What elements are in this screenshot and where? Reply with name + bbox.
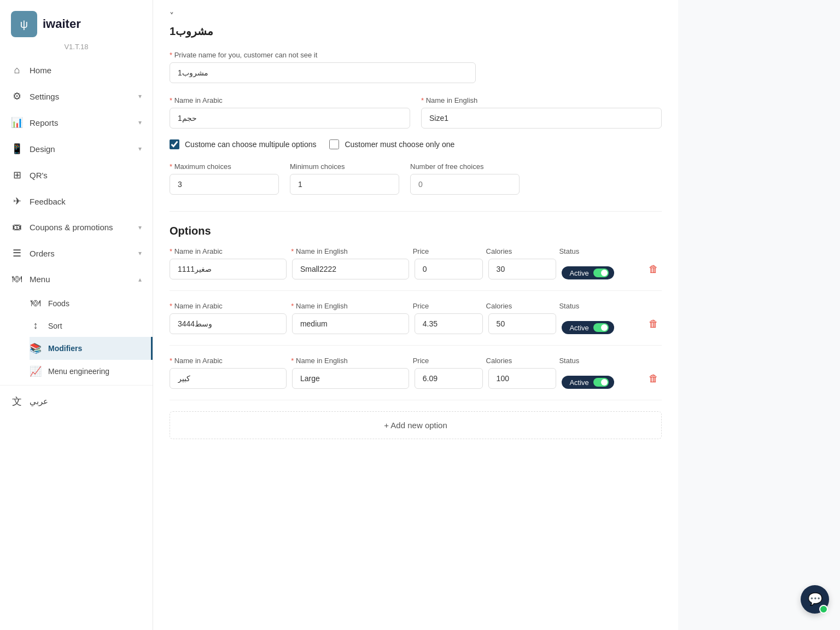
option-1-price-field (415, 259, 483, 279)
option-1-status-field: Active (562, 266, 640, 279)
option-2-toggle-switch (593, 323, 609, 332)
option-1-status-toggle[interactable]: Active (562, 266, 640, 279)
sidebar-item-foods[interactable]: 🍽 Foods (30, 292, 153, 314)
option-1-calories-input[interactable] (488, 259, 557, 279)
orders-icon: ☰ (11, 247, 23, 259)
name-english-input[interactable] (421, 108, 662, 129)
option-3-status-label: Active (569, 378, 588, 387)
modifier-title: مشروب1 (170, 25, 662, 38)
sidebar-item-settings[interactable]: ⚙ Settings ▾ (0, 83, 153, 109)
option-2-status-toggle[interactable]: Active (562, 321, 640, 334)
multi-options-checkbox-label[interactable]: Custome can choose multipule options (170, 139, 316, 149)
sidebar-item-feedback[interactable]: ✈ Feedback (0, 188, 153, 214)
name-arabic-label: * Name in Arabic (170, 96, 410, 104)
chat-icon: 💬 (808, 592, 822, 606)
sidebar-item-modifiers-label: Modifiers (48, 344, 140, 353)
name-arabic-input[interactable] (170, 108, 410, 129)
option-1-fields: Active 🗑 (170, 259, 662, 279)
chevron-down-icon: ▾ (138, 249, 142, 257)
option-arabic-header: * Name in Arabic (170, 357, 285, 365)
private-name-input[interactable] (170, 62, 476, 83)
sidebar-item-language[interactable]: 文 عربي (0, 388, 153, 415)
sidebar-item-qrs[interactable]: ⊞ QR's (0, 162, 153, 188)
option-price-header: Price (413, 302, 481, 310)
option-1-toggle-btn[interactable]: Active (562, 266, 614, 279)
single-option-checkbox-label[interactable]: Customer must choose only one (329, 139, 454, 149)
option-status-header: Status (559, 247, 637, 255)
sort-icon: ↕ (30, 320, 42, 331)
modifiers-icon: 📚 (30, 342, 42, 354)
option-1-english-input[interactable] (292, 259, 409, 279)
option-3-arabic-input[interactable] (170, 368, 287, 389)
option-3-toggle-btn[interactable]: Active (562, 376, 614, 389)
option-2-english-input[interactable] (292, 313, 409, 334)
option-3-price-field (415, 368, 483, 389)
option-1-arabic-input[interactable] (170, 259, 287, 279)
option-row: * Name in Arabic * Name in English Price… (170, 357, 662, 400)
option-2-toggle-btn[interactable]: Active (562, 321, 614, 334)
sidebar-item-menu-engineering[interactable]: 📈 Menu engineering (30, 360, 153, 383)
option-1-delete-button[interactable]: 🗑 (645, 260, 662, 278)
option-3-status-field: Active (562, 376, 640, 389)
sidebar-item-home[interactable]: ⌂ Home (0, 57, 153, 83)
option-2-arabic-field (170, 313, 287, 334)
private-name-section: * Private name for you, customer can not… (170, 51, 662, 83)
option-3-delete: 🗑 (645, 370, 662, 389)
min-choices-label: Minimum choices (290, 162, 399, 171)
option-3-arabic-field (170, 368, 287, 389)
chat-bubble-button[interactable]: 💬 (801, 585, 829, 614)
option-status-header: Status (559, 357, 637, 365)
option-2-price-input[interactable] (415, 313, 483, 334)
free-choices-input[interactable] (410, 174, 520, 195)
option-3-delete-button[interactable]: 🗑 (645, 370, 662, 388)
min-choices-input[interactable] (290, 174, 399, 195)
option-row: * Name in Arabic * Name in English Price… (170, 302, 662, 346)
option-2-arabic-input[interactable] (170, 313, 287, 334)
sidebar-item-reports[interactable]: 📊 Reports ▾ (0, 109, 153, 136)
sidebar-item-modifiers[interactable]: 📚 Modifiers (30, 337, 153, 360)
option-2-delete-button[interactable]: 🗑 (645, 315, 662, 333)
sidebar-item-coupons[interactable]: 🎟 Coupons & promotions ▾ (0, 214, 153, 240)
sidebar-item-coupons-label: Coupons & promotions (30, 223, 132, 232)
chevron-down-icon: ▾ (138, 224, 142, 231)
option-1-delete: 🗑 (645, 260, 662, 279)
sidebar-item-sort-label: Sort (48, 322, 142, 330)
option-1-arabic-field (170, 259, 287, 279)
option-2-calories-input[interactable] (488, 313, 557, 334)
option-1-toggle-switch (593, 269, 609, 277)
min-choices-field: Minimum choices (290, 162, 399, 195)
option-3-english-input[interactable] (292, 368, 409, 389)
menu-submenu: 🍽 Foods ↕ Sort 📚 Modifiers 📈 Menu engine… (0, 292, 153, 383)
option-price-header: Price (413, 357, 481, 365)
name-english-field: * Name in English (421, 96, 662, 129)
multi-options-checkbox[interactable] (170, 139, 179, 149)
option-1-price-input[interactable] (415, 259, 483, 279)
sidebar-item-reports-label: Reports (30, 118, 132, 127)
option-3-price-input[interactable] (415, 368, 483, 389)
sidebar-item-orders[interactable]: ☰ Orders ▾ (0, 240, 153, 266)
sidebar-item-design-label: Design (30, 144, 132, 154)
menu-engineering-icon: 📈 (30, 365, 42, 377)
logo-area: ψ iwaiter (0, 0, 153, 42)
option-3-status-toggle[interactable]: Active (562, 376, 640, 389)
option-3-english-field (292, 368, 409, 389)
sidebar-item-design[interactable]: 📱 Design ▾ (0, 136, 153, 162)
option-2-delete: 🗑 (645, 315, 662, 334)
sidebar-item-menu[interactable]: 🍽 Menu ▴ (0, 266, 153, 292)
sidebar-item-foods-label: Foods (48, 299, 142, 308)
option-arabic-header: * Name in Arabic (170, 302, 285, 310)
option-3-fields: Active 🗑 (170, 368, 662, 389)
sidebar-item-sort[interactable]: ↕ Sort (30, 314, 153, 337)
max-choices-input[interactable] (170, 174, 279, 195)
add-option-button[interactable]: + Add new option (170, 411, 662, 439)
single-option-checkbox[interactable] (329, 139, 339, 149)
menu-icon: 🍽 (11, 273, 23, 285)
sidebar-item-menu-label: Menu (30, 275, 132, 284)
option-3-toggle-switch (593, 378, 609, 387)
option-1-status-label: Active (569, 269, 588, 277)
back-arrow-icon[interactable]: ˅ (170, 11, 174, 21)
coupons-icon: 🎟 (11, 221, 23, 233)
version-label: V1.T.18 (0, 42, 153, 57)
option-3-calories-input[interactable] (488, 368, 557, 389)
home-icon: ⌂ (11, 65, 23, 76)
